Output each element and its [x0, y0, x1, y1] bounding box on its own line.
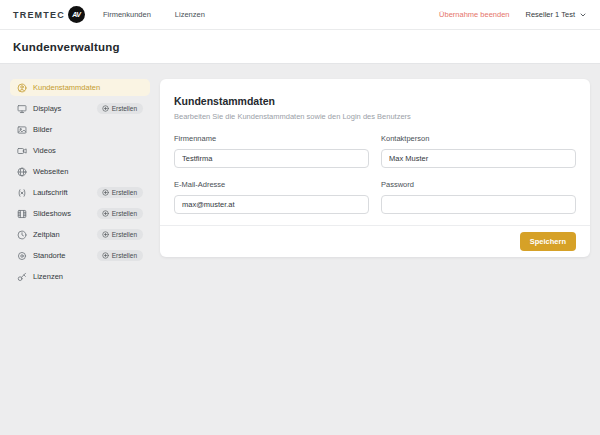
card-subtitle: Bearbeiten Sie die Kundenstammdaten sowi… [174, 112, 576, 121]
ticker-icon [17, 188, 27, 198]
navbar-right: Übernahme beenden Reseller 1 Test [439, 10, 587, 19]
video-icon [17, 146, 27, 156]
account-label: Reseller 1 Test [526, 10, 575, 19]
email-input[interactable] [174, 195, 369, 214]
circle-plus-icon [102, 252, 109, 259]
clock-icon [17, 230, 27, 240]
brand-av-icon: AV [68, 6, 85, 23]
brand-name: TREMTEC [13, 10, 65, 20]
top-navbar: TREMTEC AV Firmenkunden Lizenzen Übernah… [0, 0, 600, 30]
card-body: Kundenstammdaten Bearbeiten Sie die Kund… [160, 79, 590, 225]
field-label: Firmenname [174, 134, 369, 143]
form-field-kontaktperson: Kontaktperson [381, 134, 576, 168]
circle-plus-icon [102, 105, 109, 112]
film-icon [17, 209, 27, 219]
page-header: Kundenverwaltung [0, 30, 600, 64]
sidebar-item-slideshows[interactable]: Slideshows Erstellen [10, 205, 150, 222]
sidebar-item-displays[interactable]: Displays Erstellen [10, 100, 150, 117]
field-label: E-Mail-Adresse [174, 180, 369, 189]
field-label: Kontaktperson [381, 134, 576, 143]
sidebar-item-label: Displays [33, 104, 61, 113]
sidebar-item-lizenzen[interactable]: Lizenzen [10, 268, 150, 285]
create-button-label: Erstellen [112, 231, 137, 238]
card-heading: Kundenstammdaten [174, 95, 576, 107]
monitor-icon [17, 104, 27, 114]
sidebar-item-label: Videos [33, 146, 56, 155]
image-icon [17, 125, 27, 135]
sidebar-item-laufschrift[interactable]: Laufschrift Erstellen [10, 184, 150, 201]
sidebar-item-label: Laufschrift [33, 188, 68, 197]
chevron-down-icon [579, 11, 587, 19]
sidebar-item-label: Kundenstammdaten [33, 83, 100, 92]
form-field-password: Password [381, 180, 576, 214]
content-area: Kundenstammdaten Displays Erstellen Bild… [0, 64, 600, 289]
sidebar-item-videos[interactable]: Videos [10, 142, 150, 159]
create-slideshows-button[interactable]: Erstellen [97, 208, 143, 219]
circle-plus-icon [102, 189, 109, 196]
brand-logo[interactable]: TREMTEC AV [13, 6, 85, 23]
create-button-label: Erstellen [112, 105, 137, 112]
create-zeitplan-button[interactable]: Erstellen [97, 229, 143, 240]
create-button-label: Erstellen [112, 252, 137, 259]
nav-item-firmenkunden[interactable]: Firmenkunden [103, 10, 151, 19]
sidebar-item-bilder[interactable]: Bilder [10, 121, 150, 138]
customer-master-data-card: Kundenstammdaten Bearbeiten Sie die Kund… [160, 79, 590, 257]
circle-plus-icon [102, 210, 109, 217]
password-input[interactable] [381, 195, 576, 214]
location-icon [17, 251, 27, 261]
sidebar-item-label: Standorte [33, 251, 66, 260]
form-field-email: E-Mail-Adresse [174, 180, 369, 214]
sidebar-item-label: Slideshows [33, 209, 71, 218]
sidebar-item-label: Zeitplan [33, 230, 60, 239]
globe-icon [17, 167, 27, 177]
key-icon [17, 272, 27, 282]
firmenname-input[interactable] [174, 149, 369, 168]
primary-nav: Firmenkunden Lizenzen [103, 10, 205, 19]
user-circle-icon [17, 83, 27, 93]
card-footer: Speichern [160, 225, 590, 257]
field-label: Password [381, 180, 576, 189]
sidebar-item-label: Webseiten [33, 167, 68, 176]
save-button[interactable]: Speichern [520, 232, 576, 251]
sidebar-item-webseiten[interactable]: Webseiten [10, 163, 150, 180]
nav-item-lizenzen[interactable]: Lizenzen [175, 10, 205, 19]
create-laufschrift-button[interactable]: Erstellen [97, 187, 143, 198]
sidebar-item-label: Lizenzen [33, 272, 63, 281]
create-standorte-button[interactable]: Erstellen [97, 250, 143, 261]
customer-form: Firmenname Kontaktperson E-Mail-Adresse … [174, 134, 576, 214]
kontaktperson-input[interactable] [381, 149, 576, 168]
sidebar-item-zeitplan[interactable]: Zeitplan Erstellen [10, 226, 150, 243]
sidebar-item-standorte[interactable]: Standorte Erstellen [10, 247, 150, 264]
end-takeover-link[interactable]: Übernahme beenden [439, 10, 509, 19]
create-displays-button[interactable]: Erstellen [97, 103, 143, 114]
sidebar-item-kundenstammdaten[interactable]: Kundenstammdaten [10, 79, 150, 96]
circle-plus-icon [102, 231, 109, 238]
create-button-label: Erstellen [112, 189, 137, 196]
sidebar: Kundenstammdaten Displays Erstellen Bild… [10, 79, 150, 289]
account-menu[interactable]: Reseller 1 Test [526, 10, 587, 19]
page-title: Kundenverwaltung [13, 41, 120, 53]
create-button-label: Erstellen [112, 210, 137, 217]
form-field-firmenname: Firmenname [174, 134, 369, 168]
sidebar-item-label: Bilder [33, 125, 52, 134]
